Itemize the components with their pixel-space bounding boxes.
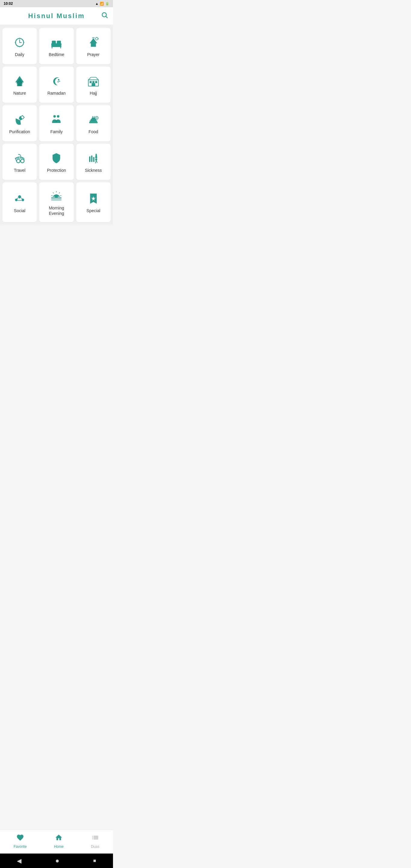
food-icon (87, 113, 100, 126)
purification-label: Purification (9, 129, 30, 134)
food-label: Food (89, 129, 98, 134)
svg-line-58 (59, 193, 60, 193)
svg-point-43 (17, 159, 20, 163)
duas-nav-label: Duas (91, 844, 99, 849)
status-bar: 10:02 ▲ 📶 🔋 (0, 0, 113, 7)
card-family[interactable]: Family (39, 105, 73, 141)
card-morning-evening[interactable]: Morning Evening (39, 182, 73, 222)
page-wrapper: Daily Bedtime (0, 25, 113, 264)
svg-line-1 (106, 17, 107, 18)
svg-rect-23 (90, 81, 92, 83)
svg-point-20 (59, 81, 60, 82)
card-social[interactable]: Social (2, 182, 37, 222)
svg-rect-11 (52, 41, 56, 44)
svg-marker-5 (19, 37, 20, 38)
bottom-nav: Favorite Home Duas (0, 830, 113, 854)
travel-icon (13, 152, 26, 164)
svg-rect-10 (52, 46, 62, 47)
card-special[interactable]: Special (76, 182, 110, 222)
home-nav-label: Home (54, 844, 64, 849)
purification-icon (13, 113, 26, 126)
svg-point-21 (58, 81, 59, 82)
hajj-icon (87, 75, 100, 87)
svg-rect-38 (92, 118, 95, 119)
svg-point-50 (18, 195, 21, 198)
card-prayer[interactable]: Prayer (76, 28, 110, 64)
svg-marker-7 (14, 42, 16, 43)
status-icons: ▲ 📶 🔋 (95, 2, 109, 6)
card-bedtime[interactable]: Bedtime (39, 28, 73, 64)
svg-rect-25 (95, 81, 97, 83)
nature-icon (13, 75, 26, 87)
card-travel[interactable]: Travel (2, 144, 37, 180)
svg-point-51 (15, 198, 18, 201)
home-icon (55, 834, 63, 843)
home-button[interactable]: ● (56, 857, 59, 865)
sickness-label: Sickness (85, 167, 102, 173)
duas-icon (91, 834, 99, 843)
special-icon (87, 192, 100, 205)
hajj-label: Hajj (90, 90, 97, 96)
favorite-nav-label: Favorite (13, 844, 27, 849)
social-label: Social (14, 208, 25, 213)
svg-rect-47 (91, 156, 92, 162)
svg-line-54 (21, 198, 22, 199)
card-daily[interactable]: Daily (2, 28, 37, 64)
travel-label: Travel (14, 167, 25, 173)
svg-rect-39 (89, 122, 98, 123)
app-title: Hisnul Muslim (28, 12, 85, 20)
card-food[interactable]: Food (76, 105, 110, 141)
svg-rect-12 (57, 41, 61, 44)
nav-item-favorite[interactable]: Favorite (9, 832, 31, 850)
bedtime-label: Bedtime (49, 52, 64, 57)
search-button[interactable] (101, 11, 108, 21)
sickness-icon (87, 152, 100, 164)
morning-evening-label: Morning Evening (49, 205, 64, 216)
svg-rect-24 (92, 81, 94, 83)
family-icon (50, 113, 63, 126)
card-sickness[interactable]: Sickness (76, 144, 110, 180)
social-icon (13, 192, 26, 205)
svg-line-27 (88, 77, 91, 80)
svg-point-15 (96, 37, 98, 40)
svg-line-53 (17, 198, 18, 199)
svg-rect-46 (89, 156, 90, 162)
svg-rect-26 (92, 83, 95, 86)
ramadan-icon (50, 75, 63, 87)
card-hajj[interactable]: Hajj (76, 67, 110, 103)
card-purification[interactable]: Purification (2, 105, 37, 141)
daily-icon (13, 36, 26, 49)
back-button[interactable]: ◀ (17, 857, 22, 864)
nature-label: Nature (13, 90, 26, 96)
daily-label: Daily (15, 52, 24, 57)
card-nature[interactable]: Nature (2, 67, 37, 103)
svg-line-28 (96, 77, 98, 80)
status-time: 10:02 (4, 1, 13, 6)
recents-button[interactable]: ■ (93, 858, 96, 864)
svg-point-45 (19, 154, 19, 155)
prayer-label: Prayer (87, 52, 99, 57)
nav-item-duas[interactable]: Duas (86, 832, 104, 850)
morning-evening-icon (50, 190, 63, 202)
svg-point-44 (21, 159, 24, 163)
protection-label: Protection (47, 167, 66, 173)
nav-item-home[interactable]: Home (49, 832, 68, 850)
svg-point-35 (56, 120, 57, 122)
svg-point-33 (53, 115, 56, 118)
header: Hisnul Muslim (0, 7, 113, 25)
card-ramadan[interactable]: Ramadan (39, 67, 73, 103)
svg-marker-6 (19, 46, 20, 48)
protection-icon (50, 152, 63, 164)
svg-point-34 (57, 115, 59, 118)
svg-rect-48 (93, 157, 94, 162)
svg-point-19 (58, 79, 60, 81)
special-label: Special (87, 208, 100, 213)
svg-line-60 (53, 193, 54, 193)
svg-marker-8 (24, 42, 25, 43)
prayer-icon (87, 36, 100, 49)
favorite-icon (16, 834, 24, 843)
category-grid: Daily Bedtime (0, 25, 113, 225)
card-protection[interactable]: Protection (39, 144, 73, 180)
ramadan-label: Ramadan (47, 90, 66, 96)
system-nav-bar: ◀ ● ■ (0, 854, 113, 868)
